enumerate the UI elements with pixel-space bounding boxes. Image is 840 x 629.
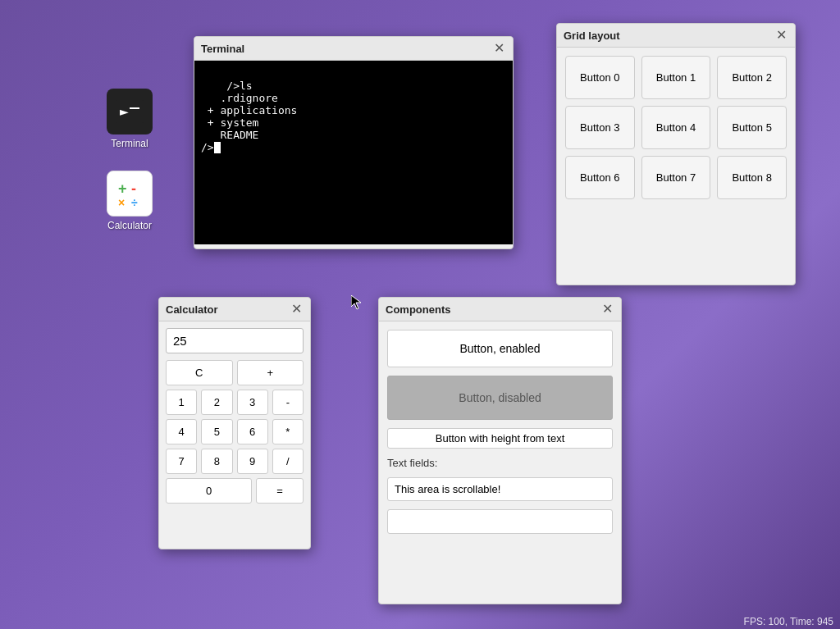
status-bar: FPS: 100, Time: 945 <box>737 614 840 629</box>
grid-body: Button 0 Button 1 Button 2 Button 3 Butt… <box>557 48 795 207</box>
calc-btn-divide[interactable]: / <box>272 449 304 474</box>
calc-btn-clear[interactable]: C <box>166 360 233 385</box>
calc-btn-2[interactable]: 2 <box>201 390 232 415</box>
svg-text:+: + <box>118 180 127 197</box>
components-window: Components ✕ Button, enabled Button, dis… <box>378 297 622 604</box>
calc-btn-8[interactable]: 8 <box>201 449 232 474</box>
calc-row-5: 0 = <box>166 478 304 504</box>
components-close-button[interactable]: ✕ <box>600 303 614 316</box>
calc-btn-4[interactable]: 4 <box>166 419 197 444</box>
components-textfield-2[interactable] <box>387 509 613 534</box>
grid-button-0[interactable]: Button 0 <box>565 56 635 99</box>
components-text-height-button[interactable]: Button with height from text <box>387 428 613 449</box>
grid-button-1[interactable]: Button 1 <box>641 56 711 99</box>
svg-marker-8 <box>351 295 361 309</box>
calc-row-3: 4 5 6 * <box>166 419 304 444</box>
calculator-title: Calculator <box>166 303 218 316</box>
calc-btn-1[interactable]: 1 <box>166 390 197 415</box>
calc-btn-equals[interactable]: = <box>256 478 304 504</box>
svg-rect-2 <box>130 107 139 109</box>
terminal-icon-label: Terminal <box>111 138 148 149</box>
components-titlebar: Components ✕ <box>379 298 621 321</box>
components-text-fields-label: Text fields: <box>387 457 613 469</box>
grid-button-6[interactable]: Button 6 <box>565 156 635 199</box>
status-bar-text: FPS: 100, Time: 945 <box>744 616 833 627</box>
terminal-body[interactable]: />ls .rdignore + applications + system R… <box>194 61 513 244</box>
calc-btn-multiply[interactable]: * <box>272 419 304 444</box>
calculator-titlebar: Calculator ✕ <box>159 298 310 321</box>
svg-text:-: - <box>131 180 136 197</box>
terminal-desktop-icon[interactable]: ► Terminal <box>97 89 162 149</box>
calculator-window: Calculator ✕ C + 1 2 3 - 4 5 6 * 7 8 9 / <box>158 297 311 549</box>
grid-close-button[interactable]: ✕ <box>774 29 788 42</box>
calculator-display[interactable] <box>166 328 304 353</box>
grid-titlebar: Grid layout ✕ <box>557 24 795 48</box>
calculator-close-button[interactable]: ✕ <box>290 303 304 316</box>
calculator-desktop-icon[interactable]: + - × ÷ Calculator <box>97 171 162 231</box>
components-body[interactable]: Button, enabled Button, disabled Button … <box>379 321 621 599</box>
grid-button-5[interactable]: Button 5 <box>717 106 787 149</box>
components-title: Components <box>386 303 450 316</box>
grid-button-8[interactable]: Button 8 <box>717 156 787 199</box>
components-enabled-button[interactable]: Button, enabled <box>387 330 613 367</box>
components-disabled-button: Button, disabled <box>387 376 613 420</box>
calc-btn-5[interactable]: 5 <box>201 419 232 444</box>
calc-btn-3[interactable]: 3 <box>237 390 268 415</box>
calc-btn-7[interactable]: 7 <box>166 449 197 474</box>
calc-btn-9[interactable]: 9 <box>237 449 268 474</box>
svg-text:÷: ÷ <box>131 196 138 209</box>
grid-button-2[interactable]: Button 2 <box>717 56 787 99</box>
grid-title: Grid layout <box>564 30 620 42</box>
terminal-window: Terminal ✕ />ls .rdignore + applications… <box>194 36 514 249</box>
calculator-body: C + 1 2 3 - 4 5 6 * 7 8 9 / 0 = <box>159 321 310 514</box>
terminal-title: Terminal <box>201 43 244 55</box>
terminal-close-button[interactable]: ✕ <box>492 42 506 55</box>
terminal-icon-image: ► <box>107 89 153 134</box>
calc-row-1: C + <box>166 360 304 385</box>
calc-btn-plus[interactable]: + <box>237 360 304 385</box>
grid-button-7[interactable]: Button 7 <box>641 156 711 199</box>
calc-btn-minus[interactable]: - <box>272 390 304 415</box>
terminal-cursor <box>214 142 221 153</box>
components-textfield-1[interactable] <box>387 477 613 501</box>
mouse-cursor <box>351 295 361 310</box>
grid-layout-window: Grid layout ✕ Button 0 Button 1 Button 2… <box>556 23 796 285</box>
calc-btn-6[interactable]: 6 <box>237 419 268 444</box>
calculator-icon-svg: + - × ÷ <box>113 177 146 210</box>
terminal-icon-svg: ► <box>115 100 144 123</box>
calc-row-4: 7 8 9 / <box>166 449 304 474</box>
grid-button-4[interactable]: Button 4 <box>641 106 711 149</box>
calc-btn-0[interactable]: 0 <box>166 478 252 504</box>
svg-text:×: × <box>118 196 125 209</box>
grid-button-3[interactable]: Button 3 <box>565 106 635 149</box>
calculator-icon-image: + - × ÷ <box>107 171 153 217</box>
svg-text:►: ► <box>120 103 129 120</box>
calc-row-2: 1 2 3 - <box>166 390 304 415</box>
terminal-titlebar: Terminal ✕ <box>194 37 513 61</box>
calculator-icon-label: Calculator <box>107 220 152 231</box>
